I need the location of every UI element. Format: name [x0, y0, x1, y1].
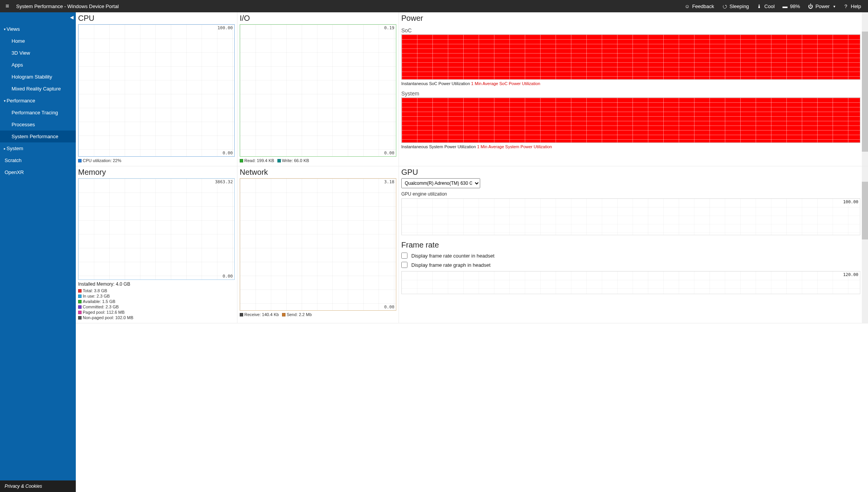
- nav-group-system[interactable]: ▸System: [0, 142, 76, 154]
- sidebar-item-hologram-stability[interactable]: Hologram Stability: [0, 71, 76, 83]
- framerate-title: Frame rate: [401, 241, 860, 249]
- thermal-status: 🌡Cool: [757, 3, 775, 9]
- io-legend: Read: 199.4 KB Write: 66.0 KB: [240, 158, 396, 163]
- privacy-link[interactable]: Privacy & Cookies: [0, 480, 76, 492]
- sidebar-item-home[interactable]: Home: [0, 35, 76, 47]
- sidebar: ◀ ▾Views Home 3D View Apps Hologram Stab…: [0, 12, 76, 492]
- memory-chart: 3863.32 0.00: [78, 178, 235, 280]
- battery-status: ▬98%: [782, 3, 800, 9]
- gpu-framerate-panel: GPU Qualcomm(R) Adreno(TM) 630 GPU GPU e…: [399, 166, 868, 323]
- memory-panel: Memory 3863.32 0.00 Installed Memory: 4.…: [76, 166, 237, 323]
- io-chart: 0.19 0.00: [240, 24, 396, 157]
- system-power-chart: [401, 97, 860, 143]
- io-panel: I/O 0.19 0.00 Read: 199.4 KB Write: 66.0…: [237, 12, 399, 166]
- memory-legend: Total: 3.8 GB In use: 2.3 GB Available: …: [78, 288, 235, 320]
- chevron-down-icon: ▾: [4, 99, 6, 103]
- top-bar: ≡ System Performance - Windows Device Po…: [0, 0, 868, 12]
- power-panel: Power SoC Instantaneous SoC Power Utiliz…: [399, 12, 868, 166]
- gpu-select[interactable]: Qualcomm(R) Adreno(TM) 630 GPU: [401, 178, 480, 188]
- sidebar-item-processes[interactable]: Processes: [0, 119, 76, 131]
- scrollbar-rail[interactable]: [862, 12, 868, 166]
- network-panel: Network 3.18 0.00 Receive: 140.4 Kb Send…: [237, 166, 399, 323]
- memory-title: Memory: [78, 168, 235, 177]
- sidebar-item-openxr[interactable]: OpenXR: [0, 166, 76, 178]
- scrollbar-thumb-2[interactable]: [862, 182, 868, 239]
- content-area: CPU 100.00 0.00 CPU utilization: 22% I/O…: [76, 12, 868, 492]
- network-chart: 3.18 0.00: [240, 178, 396, 311]
- io-title: I/O: [240, 14, 396, 23]
- cpu-title: CPU: [78, 14, 235, 23]
- soc-label: SoC: [401, 27, 860, 33]
- gpu-title: GPU: [401, 168, 860, 177]
- memory-installed: Installed Memory: 4.0 GB: [78, 281, 235, 287]
- gpu-chart: 100.00: [401, 198, 860, 235]
- smiley-icon: ☺: [684, 3, 690, 9]
- nav-group-views[interactable]: ▾Views: [0, 23, 76, 35]
- feedback-link[interactable]: ☺Feedback: [684, 3, 714, 9]
- help-link[interactable]: ?Help: [843, 3, 861, 9]
- power-title: Power: [401, 14, 860, 23]
- system-legend: Instantaneous System Power Utilization 1…: [401, 144, 860, 149]
- thermometer-icon: 🌡: [757, 3, 762, 9]
- framerate-graph-row: Display frame rate graph in headset: [401, 262, 860, 268]
- battery-icon: ▬: [782, 3, 788, 9]
- clock-icon: ⭯: [722, 3, 727, 9]
- framerate-counter-label: Display frame rate counter in headset: [411, 253, 494, 259]
- framerate-graph-label: Display frame rate graph in headset: [411, 262, 491, 268]
- gpu-engine-label: GPU engine utilization: [401, 191, 860, 197]
- scrollbar-rail-2[interactable]: [862, 166, 868, 323]
- sidebar-item-3d-view[interactable]: 3D View: [0, 47, 76, 59]
- power-menu[interactable]: ⏻Power: [808, 3, 835, 9]
- soc-legend: Instantaneous SoC Power Utilization 1 Mi…: [401, 81, 860, 86]
- cpu-panel: CPU 100.00 0.00 CPU utilization: 22%: [76, 12, 237, 166]
- system-label: System: [401, 90, 860, 97]
- chevron-right-icon: ▸: [4, 147, 6, 151]
- cpu-legend: CPU utilization: 22%: [78, 158, 235, 163]
- power-icon: ⏻: [808, 3, 813, 9]
- soc-power-chart: [401, 34, 860, 80]
- chevron-down-icon: ▾: [4, 27, 6, 31]
- sleeping-status: ⭯Sleeping: [722, 3, 749, 9]
- hamburger-icon[interactable]: ≡: [3, 3, 12, 10]
- framerate-chart: 120.00: [401, 271, 860, 294]
- scrollbar-thumb[interactable]: [862, 32, 868, 152]
- network-title: Network: [240, 168, 396, 177]
- page-title: System Performance - Windows Device Port…: [16, 3, 119, 9]
- help-icon: ?: [843, 3, 848, 9]
- framerate-counter-checkbox[interactable]: [401, 253, 407, 259]
- sidebar-item-apps[interactable]: Apps: [0, 59, 76, 71]
- network-legend: Receive: 140.4 Kb Send: 2.2 Mb: [240, 312, 396, 317]
- cpu-chart: 100.00 0.00: [78, 24, 235, 157]
- nav-group-performance[interactable]: ▾Performance: [0, 95, 76, 107]
- framerate-graph-checkbox[interactable]: [401, 262, 407, 268]
- collapse-sidebar-icon[interactable]: ◀: [70, 15, 73, 20]
- sidebar-item-scratch[interactable]: Scratch: [0, 154, 76, 166]
- framerate-counter-row: Display frame rate counter in headset: [401, 253, 860, 259]
- sidebar-item-performance-tracing[interactable]: Performance Tracing: [0, 107, 76, 119]
- sidebar-item-system-performance[interactable]: System Performance: [0, 131, 76, 142]
- sidebar-item-mixed-reality-capture[interactable]: Mixed Reality Capture: [0, 83, 76, 95]
